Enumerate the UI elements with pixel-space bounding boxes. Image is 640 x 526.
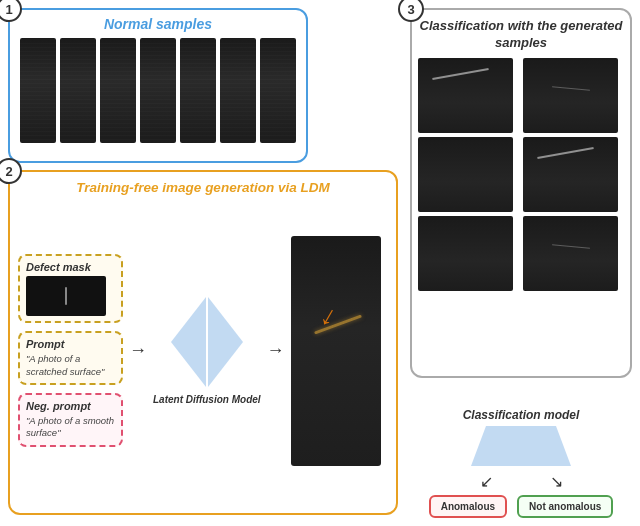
section2-title: Training-free image generation via LDM <box>18 180 388 195</box>
generated-image: ↓ <box>291 236 381 466</box>
section1-title: Normal samples <box>18 16 298 32</box>
ldm-container: Latent Diffusion Model <box>153 297 261 405</box>
sample-tile <box>20 38 56 143</box>
class-tile-5 <box>418 216 513 291</box>
scratch-mark-4 <box>538 147 594 159</box>
class-tile-4 <box>523 137 618 212</box>
arrow-not-anomalous: ↘ <box>550 472 563 491</box>
ldm-trapezoid-right <box>208 297 243 387</box>
section3-title: Classification with the generated sample… <box>418 18 624 52</box>
class-tile-1 <box>418 58 513 133</box>
prompt-label: Prompt <box>26 338 115 350</box>
section2-content: Defect mask Prompt "A photo of a scratch… <box>18 203 388 498</box>
sample-tile <box>220 38 256 143</box>
class-tile-3 <box>418 137 513 212</box>
anomalous-box: Anomalous <box>429 495 507 518</box>
class-tile-2 <box>523 58 618 133</box>
sample-tile <box>260 38 296 143</box>
arrow-anomalous: ↙ <box>480 472 493 491</box>
section1-normal-samples: 1 Normal samples <box>8 8 308 163</box>
ldm-trapezoid-left <box>171 297 206 387</box>
prompt-box: Prompt "A photo of a scratched surface" <box>18 331 123 385</box>
arrow-to-ldm: → <box>129 340 147 361</box>
arrow-to-output: → <box>267 340 285 361</box>
scratch-mark-6 <box>552 244 590 248</box>
neg-prompt-box: Neg. prompt "A photo of a smooth surface… <box>18 393 123 447</box>
cls-arrows: ↙ ↘ <box>451 472 591 491</box>
scratch-mark-2 <box>552 86 590 90</box>
normal-samples-row <box>18 38 298 143</box>
not-anomalous-box: Not anomalous <box>517 495 613 518</box>
sample-tile <box>100 38 136 143</box>
defect-mask-label: Defect mask <box>26 261 115 273</box>
section2-ldm: 2 Training-free image generation via LDM… <box>8 170 398 515</box>
sample-tile <box>60 38 96 143</box>
cls-results: Anomalous Not anomalous <box>429 495 614 518</box>
defect-mask-box: Defect mask <box>18 254 123 323</box>
classification-model-area: Classification model ↙ ↘ Anomalous Not a… <box>410 408 632 518</box>
arrow-overlay: ↓ <box>315 299 343 334</box>
sample-tile <box>140 38 176 143</box>
ldm-label: Latent Diffusion Model <box>153 394 261 405</box>
neg-prompt-text: "A photo of a smooth surface" <box>26 415 115 440</box>
classification-grid <box>418 58 624 291</box>
sample-tile <box>180 38 216 143</box>
classification-model-label: Classification model <box>463 408 580 422</box>
cls-trapezoid <box>471 426 571 466</box>
neg-prompt-label: Neg. prompt <box>26 400 115 412</box>
class-tile-6 <box>523 216 618 291</box>
main-container: 1 Normal samples 2 Training-free image g… <box>0 0 640 526</box>
inputs-column: Defect mask Prompt "A photo of a scratch… <box>18 254 123 446</box>
ldm-shape <box>171 297 243 387</box>
defect-mask-image <box>26 276 106 316</box>
section3-classification: 3 Classification with the generated samp… <box>410 8 632 378</box>
prompt-text: "A photo of a scratched surface" <box>26 353 115 378</box>
scratch-mark-1 <box>433 68 489 80</box>
